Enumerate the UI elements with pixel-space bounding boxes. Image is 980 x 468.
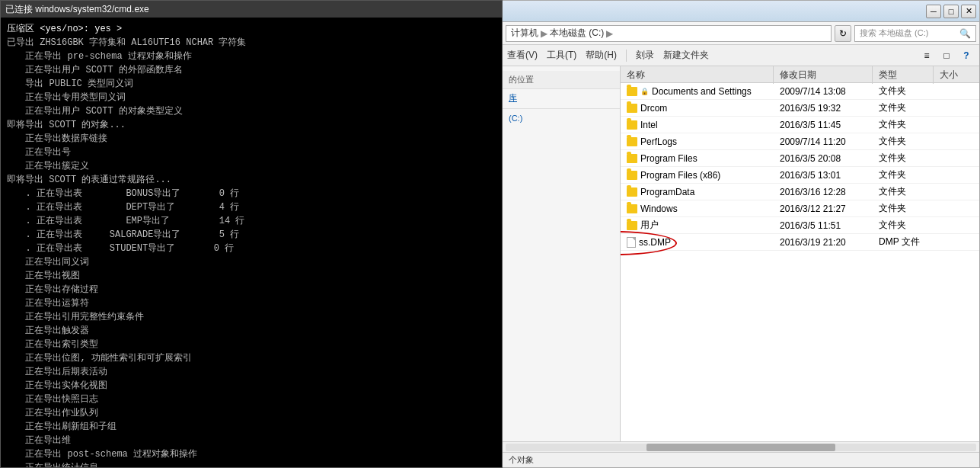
terminal-line: 正在导出 post-schema 过程对象和操作 (7, 447, 496, 461)
file-name-cell: Program Files (621, 152, 774, 165)
file-list-header: 名称 修改日期 类型 大小 (621, 66, 979, 83)
file-name-cell: Program Files (x86) (621, 168, 774, 182)
help-button[interactable]: ? (958, 48, 975, 63)
horizontal-scrollbar[interactable] (503, 441, 979, 452)
file-name: ss.DMP (639, 237, 671, 248)
terminal-line: . 正在导出表 BONUS导出了 0 行 (7, 187, 496, 200)
toolbar-view[interactable]: 查看(V) (507, 49, 538, 62)
toolbar-record[interactable]: 刻录 (636, 49, 654, 62)
file-row[interactable]: ss.DMP2016/3/19 21:20DMP 文件 (621, 234, 979, 251)
toolbar-newfolder[interactable]: 新建文件夹 (663, 49, 709, 62)
col-type[interactable]: 类型 (873, 66, 934, 84)
folder-icon (627, 221, 637, 230)
file-type-cell: 文件夹 (873, 184, 934, 200)
file-date-cell: 2016/3/19 21:20 (774, 236, 873, 249)
file-name-cell: 🔒Documents and Settings (621, 85, 774, 98)
file-name: Drcom (640, 103, 667, 114)
file-row[interactable]: ProgramData2016/3/16 12:28文件夹 (621, 184, 979, 200)
terminal-panel: 已连接 windows/system32/cmd.exe 压缩区 <yes/no… (0, 0, 503, 468)
file-name-cell: ss.DMP (621, 236, 774, 249)
file-type-cell: 文件夹 (873, 167, 934, 183)
sidebar-drive-c[interactable]: (C:) (503, 111, 620, 126)
terminal-line: 导出 PUBLIC 类型同义词 (7, 77, 496, 91)
file-row[interactable]: Program Files (x86)2016/3/5 13:01文件夹 (621, 167, 979, 184)
lock-icon: 🔒 (640, 88, 649, 95)
folder-icon (627, 204, 637, 213)
file-size-cell (934, 107, 979, 110)
search-box[interactable]: 搜索 本地磁盘 (C:) 🔍 (854, 25, 976, 42)
file-size-cell (934, 241, 979, 244)
file-type-cell: 文件夹 (873, 200, 934, 216)
search-placeholder: 搜索 本地磁盘 (C:) (860, 27, 928, 39)
file-row[interactable]: Intel2016/3/5 11:45文件夹 (621, 117, 979, 133)
toolbar-tools[interactable]: 工具(T) (547, 49, 576, 62)
file-name: Windows (640, 204, 678, 214)
preview-button[interactable]: □ (938, 48, 955, 63)
terminal-line: 正在导出运算符 (7, 297, 496, 310)
terminal-line: 正在导出引用完整性约束条件 (7, 310, 496, 324)
file-list: 名称 修改日期 类型 大小 🔒Documents and Settings200… (621, 66, 979, 441)
file-date-cell: 2009/7/14 13:08 (774, 85, 873, 98)
file-type-cell: 文件夹 (873, 217, 934, 233)
file-size-cell (934, 191, 979, 194)
file-date-cell: 2016/3/5 20:08 (774, 152, 873, 165)
terminal-line: 正在导出索引类型 (7, 338, 496, 351)
folder-icon (627, 154, 637, 163)
file-type-cell: 文件夹 (873, 133, 934, 149)
terminal-line: 正在导出统计信息 (7, 461, 496, 467)
terminal-line: . 正在导出表 SALGRADE导出了 5 行 (7, 228, 496, 242)
terminal-title: 已连接 windows/system32/cmd.exe (5, 3, 149, 16)
file-name: Documents and Settings (652, 86, 752, 97)
file-name: PerfLogs (640, 136, 677, 147)
file-size-cell (934, 140, 979, 143)
terminal-line: 正在导出位图, 功能性索引和可扩展索引 (7, 351, 496, 365)
scroll-thumb[interactable] (646, 444, 835, 451)
toolbar-help[interactable]: 帮助(H) (586, 49, 617, 62)
folder-icon (627, 120, 637, 130)
file-row[interactable]: 🔒Documents and Settings2009/7/14 13:08文件… (621, 83, 979, 100)
file-row[interactable]: Drcom2016/3/5 19:32文件夹 (621, 100, 979, 117)
terminal-line: 已导出 ZHS16GBK 字符集和 AL16UTF16 NCHAR 字符集 (7, 36, 496, 50)
folder-icon (627, 171, 637, 180)
folder-icon (627, 137, 637, 146)
view-controls: ≡ □ ? (918, 48, 975, 63)
terminal-line: 正在导出存储过程 (7, 283, 496, 297)
file-row[interactable]: Windows2016/3/12 21:27文件夹 (621, 200, 979, 217)
terminal-line: 正在导出刷新组和子组 (7, 420, 496, 434)
file-size-cell (934, 157, 979, 160)
col-size[interactable]: 大小 (934, 66, 979, 84)
close-button[interactable]: ✕ (961, 5, 976, 18)
terminal-line: 正在导出 pre-schema 过程对象和操作 (7, 50, 496, 63)
explorer-titlebar: ─ □ ✕ (503, 1, 979, 22)
col-date[interactable]: 修改日期 (774, 66, 873, 84)
file-name-cell: Intel (621, 118, 774, 132)
file-date-cell: 2016/3/5 11:51 (774, 219, 873, 232)
file-name-cell: PerfLogs (621, 135, 774, 149)
file-row[interactable]: PerfLogs2009/7/14 11:20文件夹 (621, 133, 979, 150)
address-bar: 计算机 ▶ 本地磁盘 (C:) ▶ ↻ 搜索 本地磁盘 (C:) 🔍 (503, 22, 979, 45)
breadcrumb[interactable]: 计算机 ▶ 本地磁盘 (C:) ▶ (506, 25, 832, 42)
file-name-cell: Drcom (621, 101, 774, 115)
terminal-line: 正在导出快照日志 (7, 393, 496, 406)
minimize-button[interactable]: ─ (926, 5, 941, 18)
file-type-cell: 文件夹 (873, 150, 934, 166)
terminal-line: 正在导出触发器 (7, 324, 496, 338)
maximize-button[interactable]: □ (943, 5, 959, 18)
col-name[interactable]: 名称 (621, 66, 774, 84)
file-icon (627, 237, 636, 248)
terminal-line: 正在导出专用类型同义词 (7, 91, 496, 104)
terminal-titlebar: 已连接 windows/system32/cmd.exe (1, 1, 502, 18)
terminal-line: 正在导出号 (7, 146, 496, 159)
file-name: Program Files (640, 153, 697, 164)
terminal-line: 正在导出簇定义 (7, 159, 496, 173)
sidebar-library[interactable]: 库 (503, 89, 620, 107)
file-type-cell: DMP 文件 (873, 234, 934, 250)
file-row[interactable]: 用户2016/3/5 11:51文件夹 (621, 217, 979, 234)
refresh-button[interactable]: ↻ (835, 25, 851, 42)
sidebar-divider1 (503, 108, 620, 109)
explorer-panel: ─ □ ✕ 计算机 ▶ 本地磁盘 (C:) ▶ ↻ 搜索 本地磁盘 (C:) 🔍… (503, 0, 980, 468)
file-type-cell: 文件夹 (873, 100, 934, 116)
file-size-cell (934, 90, 979, 93)
file-row[interactable]: Program Files2016/3/5 20:08文件夹 (621, 150, 979, 167)
view-mode-button[interactable]: ≡ (918, 48, 935, 63)
